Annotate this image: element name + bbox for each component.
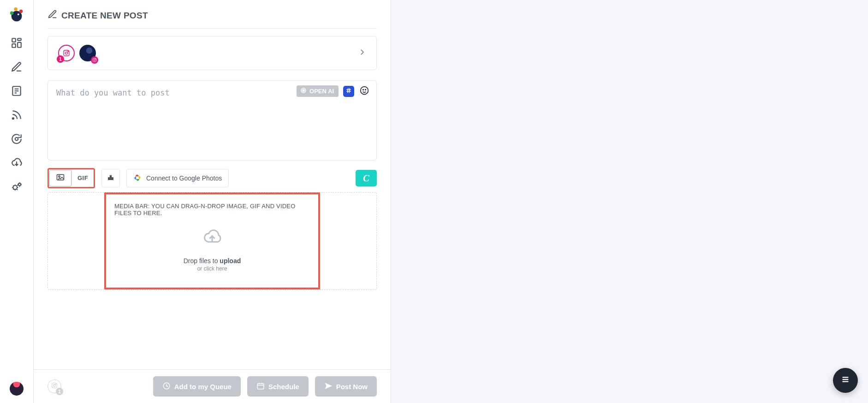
svg-point-23 (68, 51, 68, 52)
account-badge-count: 1 (57, 55, 64, 63)
svg-point-22 (65, 52, 67, 54)
svg-point-14 (15, 138, 18, 141)
gif-label: GIF (77, 174, 88, 181)
accounts-list: 1 (58, 45, 96, 61)
svg-rect-6 (18, 38, 21, 40)
content-scroll: CREATE NEW POST 1 OPEN AI (34, 0, 391, 369)
post-now-button[interactable]: Post Now (315, 376, 377, 397)
emoji-icon (360, 86, 369, 97)
openai-button[interactable]: OPEN AI (297, 85, 339, 97)
svg-point-4 (18, 13, 19, 15)
send-icon (324, 382, 333, 391)
media-drop-highlight: MEDIA BAR: YOU CAN DRAG-N-DROP IMAGE, GI… (104, 192, 320, 289)
nav-rss-icon[interactable] (11, 109, 23, 121)
chevron-right-icon[interactable] (358, 48, 366, 58)
google-photos-icon (133, 174, 142, 183)
composer-tools: OPEN AI (297, 85, 370, 97)
menu-icon (840, 374, 850, 386)
account-avatar[interactable] (79, 45, 96, 61)
help-fab[interactable] (833, 368, 858, 393)
instagram-icon (91, 56, 98, 64)
page-title-text: CREATE NEW POST (61, 11, 148, 21)
queue-icon (162, 382, 171, 391)
media-toolbar: GIF Connect to Google Photos C (48, 168, 377, 188)
openai-icon (300, 87, 307, 95)
cloud-upload-icon (198, 227, 226, 249)
canva-button[interactable]: C (356, 170, 377, 186)
nav-dashboard-icon[interactable] (11, 37, 23, 49)
svg-point-26 (95, 59, 96, 59)
add-to-queue-button[interactable]: Add to my Queue (153, 376, 241, 397)
svg-point-13 (12, 118, 14, 119)
media-type-segment: GIF (49, 169, 94, 187)
svg-point-33 (363, 89, 364, 90)
footer-account-chip[interactable]: 1 (48, 379, 61, 393)
nav-posts-icon[interactable] (11, 85, 23, 97)
nav-settings-icon[interactable] (11, 181, 23, 193)
composer-footer: 1 Add to my Queue Schedule Post Now (34, 369, 391, 403)
canva-icon: C (363, 173, 369, 184)
accounts-card[interactable]: 1 (48, 36, 377, 70)
footer-account-count: 1 (56, 388, 63, 395)
svg-point-36 (59, 176, 60, 177)
media-type-highlight: GIF (48, 168, 95, 188)
library-icon (107, 173, 115, 183)
svg-rect-7 (18, 42, 21, 48)
rail-bottom (10, 321, 24, 396)
drop-line-2: or click here (197, 265, 227, 272)
svg-line-31 (349, 88, 350, 93)
svg-point-3 (19, 10, 23, 13)
svg-point-1 (10, 11, 14, 15)
hashtag-icon (345, 87, 352, 96)
google-photos-label: Connect to Google Photos (146, 174, 222, 182)
app-logo (8, 6, 25, 24)
google-photos-button[interactable]: Connect to Google Photos (126, 169, 229, 187)
media-drop-zone[interactable]: MEDIA BAR: YOU CAN DRAG-N-DROP IMAGE, GI… (48, 192, 377, 290)
openai-label: OPEN AI (309, 88, 334, 95)
user-avatar[interactable] (10, 382, 24, 396)
image-upload-button[interactable] (49, 170, 71, 186)
page-title: CREATE NEW POST (48, 0, 377, 29)
svg-point-17 (18, 183, 21, 186)
nav-download-icon[interactable] (11, 157, 23, 169)
svg-rect-38 (110, 175, 112, 178)
svg-point-42 (56, 384, 56, 384)
compose-icon (48, 9, 58, 22)
svg-point-25 (94, 59, 95, 60)
calendar-icon (256, 382, 265, 391)
nav-recycle-icon[interactable] (11, 133, 23, 145)
svg-rect-8 (12, 44, 16, 48)
drop-line-1: Drop files to upload (184, 257, 241, 265)
svg-point-41 (54, 385, 56, 387)
svg-rect-44 (257, 383, 264, 389)
image-icon (56, 173, 65, 184)
svg-rect-37 (108, 177, 113, 180)
account-avatar[interactable]: 1 (58, 45, 75, 61)
preview-pane (391, 0, 868, 403)
svg-rect-5 (12, 38, 16, 42)
composer-card: OPEN AI (48, 80, 377, 161)
left-rail (0, 0, 34, 403)
gif-upload-button[interactable]: GIF (71, 169, 94, 186)
library-button[interactable] (101, 169, 120, 187)
rail-nav (11, 37, 23, 193)
emoji-button[interactable] (359, 86, 370, 97)
svg-point-34 (365, 89, 366, 90)
svg-point-32 (361, 86, 369, 94)
schedule-button[interactable]: Schedule (247, 376, 309, 397)
media-bar-text: MEDIA BAR: YOU CAN DRAG-N-DROP IMAGE, GI… (114, 203, 310, 217)
nav-compose-icon[interactable] (11, 61, 23, 73)
svg-line-30 (348, 88, 348, 93)
hashtag-button[interactable] (343, 86, 354, 97)
svg-point-2 (14, 7, 18, 11)
main-column: CREATE NEW POST 1 OPEN AI (34, 0, 391, 403)
